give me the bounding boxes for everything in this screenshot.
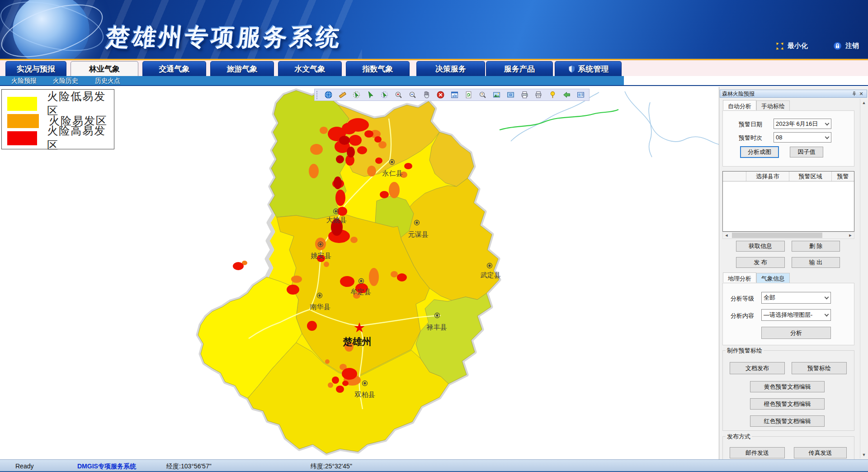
- status-ready: Ready: [15, 462, 33, 470]
- map-area[interactable]: ★ 永仁县 元谋县 大姚县 姚安县 武定县 牟定县 南华县 禄丰县 双柏县 楚雄…: [0, 87, 719, 459]
- email-send-button[interactable]: 邮件发送: [730, 447, 785, 458]
- factor-value-button[interactable]: 因子值: [790, 147, 823, 157]
- tab-geo-analysis[interactable]: 地理分析: [723, 272, 756, 282]
- select-area-icon[interactable]: [351, 90, 361, 100]
- main-nav: 实况与预报 林业气象 交通气象 旅游气象 水文气象 指数气象 决策服务 服务产品…: [0, 60, 868, 76]
- print-icon[interactable]: [519, 90, 529, 100]
- subnav-historic-fire-points[interactable]: 历史火点: [95, 77, 120, 85]
- doc-publish-button[interactable]: 文档发布: [730, 362, 785, 374]
- county-label: 南华县: [310, 303, 330, 310]
- warning-date-label: 预警日期: [739, 120, 762, 129]
- app-title: 楚雄州专项服务系统: [104, 22, 344, 53]
- tab-hydrology-weather[interactable]: 水文气象: [278, 61, 342, 76]
- tab-system-management[interactable]: 系统管理: [555, 61, 622, 76]
- analyze-button[interactable]: 分析: [761, 327, 831, 339]
- warning-date-select[interactable]: 2023年 6月16日: [774, 119, 831, 129]
- tab-service-products[interactable]: 服务产品: [486, 61, 553, 76]
- zoom-out-icon[interactable]: [407, 90, 417, 100]
- zoom-in-icon[interactable]: [393, 90, 403, 100]
- logout-button[interactable]: 注销: [833, 42, 859, 50]
- map-legend: 火险低易发区 火险易发区 火险高易发区: [1, 89, 114, 149]
- minimize-button[interactable]: 最小化: [776, 42, 808, 50]
- identify-icon[interactable]: ?: [477, 90, 487, 100]
- tab-tourism-weather[interactable]: 旅游气象: [210, 61, 274, 76]
- chart-window-icon[interactable]: [449, 90, 459, 100]
- measure-icon[interactable]: [337, 90, 347, 100]
- red-doc-edit-button[interactable]: 红色预警文档编辑: [750, 415, 825, 427]
- county-label: 禄丰县: [427, 324, 447, 331]
- app-banner: 楚雄州专项服务系统 最小化 注销: [0, 0, 868, 59]
- panel-vscrollbar[interactable]: ▲ ▼: [860, 99, 868, 458]
- forest-fire-panel: 森林火险预报 × 自动分析 手动标绘 预警日期 2023年 6月16日 预警时次…: [719, 87, 868, 459]
- warning-time-label: 预警时次: [739, 134, 762, 142]
- close-icon[interactable]: ×: [858, 90, 865, 97]
- panel-title: 森林火险预报: [722, 90, 755, 98]
- tab-traffic-weather[interactable]: 交通气象: [142, 61, 206, 76]
- pin-marker-icon[interactable]: [547, 90, 557, 100]
- tab-manual-plot[interactable]: 手动标绘: [756, 100, 790, 110]
- orange-doc-edit-button[interactable]: 橙色预警文档编辑: [750, 398, 825, 410]
- nav-divider: [624, 85, 868, 86]
- sub-nav: 火险预报 火险历史 历史火点: [0, 76, 624, 86]
- subnav-fire-forecast[interactable]: 火险预报: [11, 77, 37, 85]
- hscroll-thumb[interactable]: [732, 233, 822, 238]
- panel-tabs-mid: 地理分析 气象信息: [723, 273, 790, 283]
- publish-method-label: 发布方式: [726, 433, 752, 441]
- pin-icon[interactable]: [850, 90, 858, 97]
- delete-button[interactable]: 删 除: [792, 241, 840, 252]
- print-setup-icon[interactable]: [533, 90, 543, 100]
- warning-table[interactable]: 选择县市 预警区域 预警: [722, 171, 854, 232]
- scroll-down-icon[interactable]: ▼: [860, 451, 868, 458]
- col-select-county[interactable]: 选择县市: [746, 172, 789, 181]
- application-window: 楚雄州专项服务系统 最小化 注销: [0, 0, 868, 472]
- image-export-icon[interactable]: [491, 90, 501, 100]
- status-bar: Ready DMGIS专项服务系统 经度:103°56'57" 纬度:25°32…: [0, 459, 868, 472]
- scroll-up-icon[interactable]: ▲: [860, 99, 868, 106]
- pan-icon[interactable]: [421, 90, 431, 100]
- toolbar-grip[interactable]: [316, 91, 318, 99]
- map-toolbar: ?: [314, 89, 590, 101]
- publish-button[interactable]: 发 布: [736, 257, 785, 268]
- stop-icon[interactable]: [435, 90, 445, 100]
- tab-auto-analysis[interactable]: 自动分析: [723, 100, 756, 110]
- warning-time-select[interactable]: 08: [774, 132, 831, 143]
- prefecture-label: 楚雄州: [343, 336, 372, 347]
- plot-group-label: 制作预警标绘: [726, 347, 764, 355]
- legend-swatch-low: [7, 97, 37, 111]
- analysis-content-select[interactable]: —请选择地理图层-: [761, 309, 831, 321]
- minimize-icon: [776, 42, 784, 50]
- analysis-level-select[interactable]: 全部: [761, 292, 831, 304]
- subnav-fire-history[interactable]: 火险历史: [53, 77, 78, 85]
- county-label: 元谋县: [408, 231, 429, 238]
- scroll-right-icon[interactable]: ►: [847, 232, 854, 238]
- refresh-page-icon[interactable]: [463, 90, 473, 100]
- col-warning[interactable]: 预警: [832, 172, 854, 181]
- scroll-left-icon[interactable]: ◄: [723, 232, 730, 238]
- get-info-button[interactable]: 获取信息: [736, 241, 785, 252]
- county-label: 大姚县: [326, 216, 347, 224]
- status-system-link[interactable]: DMGIS专项服务系统: [77, 462, 136, 471]
- analyze-map-button[interactable]: 分析成图: [740, 146, 779, 158]
- warning-plot-button[interactable]: 预警标绘: [792, 362, 847, 374]
- panel-tabs-top: 自动分析 手动标绘: [723, 100, 790, 110]
- col-warning-area[interactable]: 预警区域: [789, 172, 832, 181]
- layout-icon[interactable]: [576, 90, 585, 100]
- fax-send-button[interactable]: 传真发送: [794, 447, 847, 458]
- tab-forestry-weather[interactable]: 林业气象: [71, 61, 138, 76]
- legend-swatch-mid: [7, 114, 39, 128]
- export-button[interactable]: 输 出: [792, 257, 840, 268]
- map-view-icon[interactable]: [505, 90, 515, 100]
- back-icon[interactable]: [561, 90, 571, 100]
- status-longitude: 经度:103°56'57": [166, 462, 212, 471]
- county-label: 永仁县: [382, 170, 403, 177]
- pointer-icon[interactable]: [365, 90, 375, 100]
- table-hscrollbar[interactable]: ◄ ►: [722, 232, 854, 239]
- select-circle-icon[interactable]: [379, 90, 389, 100]
- tab-decision-service[interactable]: 决策服务: [416, 61, 485, 76]
- tab-index-weather[interactable]: 指数气象: [346, 61, 410, 76]
- tab-live-forecast[interactable]: 实况与预报: [5, 61, 66, 76]
- tab-weather-info[interactable]: 气象信息: [756, 273, 790, 283]
- legend-row-high: 火险高易发区: [7, 129, 114, 147]
- globe-icon[interactable]: [323, 90, 333, 100]
- yellow-doc-edit-button[interactable]: 黄色预警文档编辑: [750, 381, 825, 392]
